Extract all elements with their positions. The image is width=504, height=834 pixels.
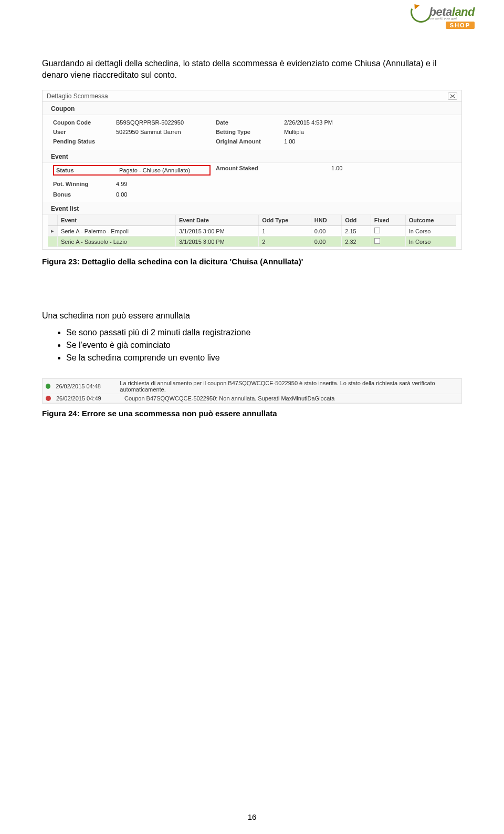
table-cell: 3/1/2015 3:00 PM xyxy=(175,236,258,247)
list-item: Se l'evento è già cominciato xyxy=(66,341,462,350)
event-row-bonus: Bonus 0.00 xyxy=(43,189,461,202)
page-number: 16 xyxy=(0,812,504,821)
log-strip: 26/02/2015 04:48La richiesta di annullam… xyxy=(42,378,462,404)
table-cell: 2 xyxy=(259,236,311,247)
label-pending-status: Pending Status xyxy=(53,138,111,145)
table-cell: 0.00 xyxy=(311,226,341,236)
label-betting-type: Betting Type xyxy=(216,129,279,135)
event-row-status: Status Pagato - Chiuso (Annullato) Amoun… xyxy=(43,163,461,179)
intro-paragraph: Guardando ai dettagli della schedina, lo… xyxy=(42,58,462,80)
value-user: 5022950 Sammut Darren xyxy=(116,129,211,135)
value-betting-type: Multipla xyxy=(284,129,456,135)
col-odd-type: Odd Type xyxy=(259,215,311,226)
value-coupon-code: B59SQQRPRSR-5022950 xyxy=(116,119,211,126)
status-dot-error-icon xyxy=(46,396,51,401)
col-odd: Odd xyxy=(342,215,371,226)
label-user: User xyxy=(53,129,111,135)
brand-logo: betaland your world, your goal SHOP xyxy=(411,5,475,29)
window-titlebar: Dettaglio Scommessa xyxy=(43,90,461,102)
label-coupon-code: Coupon Code xyxy=(53,119,111,126)
figure-23-caption: Figura 23: Dettaglio della schedina con … xyxy=(42,257,462,266)
log-row: 26/02/2015 04:49Coupon B47SQQWCQCE-50229… xyxy=(43,394,461,403)
table-cell: 3/1/2015 3:00 PM xyxy=(175,226,258,236)
coupon-grid: Coupon Code B59SQQRPRSR-5022950 Date 2/2… xyxy=(43,115,461,150)
table-cell: 0.00 xyxy=(311,236,341,247)
checkbox-icon[interactable] xyxy=(374,228,380,233)
section-coupon-header: Coupon xyxy=(43,102,461,115)
row-marker-icon xyxy=(48,236,58,247)
log-message: La richiesta di annullamento per il coup… xyxy=(120,380,458,393)
section-event-list-header: Event list xyxy=(43,202,461,215)
value-pot-winning: 4.99 xyxy=(116,181,211,187)
window-title: Dettaglio Scommessa xyxy=(47,92,108,100)
col-event: Event xyxy=(58,215,176,226)
value-original-amount: 1.00 xyxy=(284,138,456,145)
label-date: Date xyxy=(216,119,279,126)
cannot-cancel-bullets: Se sono passati più di 2 minuti dalla re… xyxy=(66,328,462,363)
table-cell: In Corso xyxy=(405,226,456,236)
col-marker xyxy=(48,215,58,226)
label-status: Status xyxy=(56,167,114,173)
label-amount-staked: Amount Staked xyxy=(216,165,279,177)
table-header-row: Event Event Date Odd Type HND Odd Fixed … xyxy=(48,215,456,226)
col-hnd: HND xyxy=(311,215,341,226)
row-marker-icon: ▸ xyxy=(48,226,58,236)
table-cell: In Corso xyxy=(405,236,456,247)
event-list-table: Event Event Date Odd Type HND Odd Fixed … xyxy=(48,215,456,247)
table-cell: 2.15 xyxy=(342,226,371,236)
table-cell: Serie A - Sassuolo - Lazio xyxy=(58,236,176,247)
log-message: Coupon B47SQQWCQCE-5022950: Non annullat… xyxy=(124,395,335,401)
value-bonus: 0.00 xyxy=(116,191,211,198)
event-row-potwin: Pot. Winning 4.99 xyxy=(43,179,461,189)
table-cell xyxy=(371,226,405,236)
list-item: Se la schedina comprende un evento live xyxy=(66,353,462,363)
table-cell: 1 xyxy=(259,226,311,236)
log-timestamp: 26/02/2015 04:49 xyxy=(56,395,119,401)
value-date: 2/26/2015 4:53 PM xyxy=(284,119,456,126)
label-bonus: Bonus xyxy=(53,191,111,198)
logo-swoosh-icon xyxy=(411,7,428,17)
status-highlight-box: Status Pagato - Chiuso (Annullato) xyxy=(53,165,211,176)
status-dot-success-icon xyxy=(46,384,50,389)
col-outcome: Outcome xyxy=(405,215,456,226)
value-pending-status xyxy=(116,138,211,145)
table-cell: 2.32 xyxy=(342,236,371,247)
value-status: Pagato - Chiuso (Annullato) xyxy=(119,167,214,173)
checkbox-icon[interactable] xyxy=(374,238,380,244)
log-row: 26/02/2015 04:48La richiesta di annullam… xyxy=(43,379,461,394)
col-fixed: Fixed xyxy=(371,215,405,226)
figure-24-caption: Figura 24: Errore se una scommessa non p… xyxy=(42,409,462,418)
table-row[interactable]: ▸Serie A - Palermo - Empoli3/1/2015 3:00… xyxy=(48,226,456,236)
table-row[interactable]: Serie A - Sassuolo - Lazio3/1/2015 3:00 … xyxy=(48,236,456,247)
table-cell xyxy=(371,236,405,247)
close-icon[interactable] xyxy=(448,92,457,100)
section-event-header: Event xyxy=(43,150,461,163)
logo-shop-badge: SHOP xyxy=(446,22,475,29)
list-item: Se sono passati più di 2 minuti dalla re… xyxy=(66,328,462,337)
event-list-wrapper: Event Event Date Odd Type HND Odd Fixed … xyxy=(43,215,461,249)
label-pot-winning: Pot. Winning xyxy=(53,181,111,187)
cannot-cancel-heading: Una schedina non può essere annullata xyxy=(42,310,462,322)
label-original-amount: Original Amount xyxy=(216,138,279,145)
log-timestamp: 26/02/2015 04:48 xyxy=(56,383,114,389)
detail-panel: Dettaglio Scommessa Coupon Coupon Code B… xyxy=(42,90,462,250)
table-cell: Serie A - Palermo - Empoli xyxy=(58,226,176,236)
value-amount-staked: 1.00 xyxy=(331,165,456,177)
col-event-date: Event Date xyxy=(175,215,258,226)
